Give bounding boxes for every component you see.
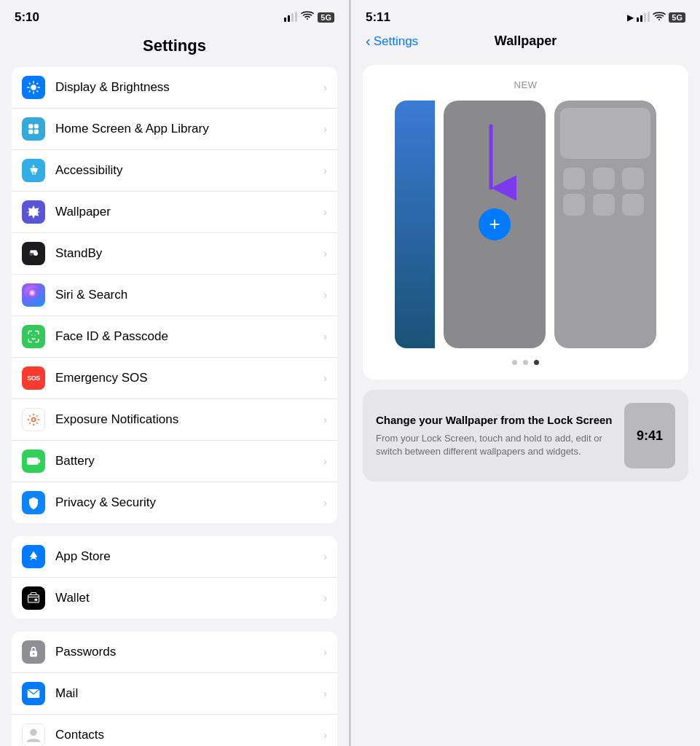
right-panel: 5:11 ▶ 5G ‹ Settings Wallpaper NEW <box>350 0 700 746</box>
svg-rect-13 <box>28 124 33 128</box>
svg-rect-22 <box>31 251 37 254</box>
lock-screen-mini: 9:41 <box>624 403 675 468</box>
chevron-passwords: › <box>323 646 327 658</box>
time-right: 5:11 <box>366 10 390 25</box>
privacy-label: Privacy & Security <box>55 495 323 510</box>
chevron-standby: › <box>323 248 327 259</box>
settings-item-emergency-sos[interactable]: SOS Emergency SOS › <box>12 358 337 399</box>
info-card: Change your Wallpaper from the Lock Scre… <box>363 390 688 482</box>
emergency-sos-label: Emergency SOS <box>55 371 323 385</box>
svg-rect-14 <box>34 124 39 128</box>
settings-item-mail[interactable]: Mail › <box>12 673 337 715</box>
mail-icon <box>22 682 45 705</box>
svg-rect-35 <box>35 599 38 601</box>
standby-icon <box>22 242 45 265</box>
chevron-sos: › <box>323 372 327 384</box>
signal-icon-left <box>284 12 297 24</box>
svg-line-28 <box>29 415 31 417</box>
time-left: 5:10 <box>15 10 39 25</box>
settings-item-siri[interactable]: Siri & Search › <box>12 275 337 316</box>
wallpaper-preview-card: NEW + <box>363 65 688 380</box>
location-icon: ▶ <box>627 12 634 23</box>
info-title: Change your Wallpaper from the Lock Scre… <box>376 413 614 428</box>
accessibility-icon <box>22 159 45 182</box>
battery-settings-icon <box>22 449 45 473</box>
app-icon-2 <box>593 168 615 189</box>
status-icons-right: ▶ 5G <box>627 12 685 24</box>
wallpaper-preview-partial <box>395 101 435 348</box>
mini-time: 9:41 <box>637 428 663 444</box>
battery-icon-left: 5G <box>318 12 334 23</box>
wallpaper-content: NEW + <box>351 58 700 746</box>
app-icon-5 <box>593 194 615 216</box>
emergency-sos-icon: SOS <box>22 366 45 390</box>
wallet-label: Wallet <box>55 591 323 605</box>
face-id-icon <box>22 325 45 348</box>
settings-item-standby[interactable]: StandBy › <box>12 233 337 275</box>
dot-1 <box>512 360 517 365</box>
svg-rect-34 <box>28 595 39 603</box>
svg-rect-32 <box>27 458 39 465</box>
chevron-privacy: › <box>323 497 327 509</box>
svg-rect-1 <box>288 15 290 22</box>
settings-item-battery[interactable]: Battery › <box>12 441 337 482</box>
siri-label: Siri & Search <box>55 288 323 302</box>
app-store-label: App Store <box>55 549 323 564</box>
plus-icon: + <box>489 214 500 233</box>
settings-item-privacy[interactable]: Privacy & Security › <box>12 482 337 523</box>
left-panel: 5:10 5G Settings Display & Brightness › <box>0 0 349 746</box>
settings-list: Display & Brightness › Home Screen & App… <box>0 67 349 746</box>
chevron-accessibility: › <box>323 165 327 176</box>
settings-item-app-store[interactable]: App Store › <box>12 536 337 578</box>
back-label: Settings <box>374 34 418 49</box>
app-icon-1 <box>563 168 585 189</box>
settings-item-passwords[interactable]: Passwords › <box>12 632 337 673</box>
exposure-label: Exposure Notifications <box>55 412 323 427</box>
svg-point-4 <box>31 85 36 90</box>
svg-rect-0 <box>284 17 286 22</box>
battery-icon-right: 5G <box>669 12 685 23</box>
wifi-icon-left <box>301 11 314 24</box>
wallpaper-home-screen <box>554 101 656 348</box>
settings-item-accessibility[interactable]: Accessibility › <box>12 150 337 192</box>
signal-icon-right <box>637 12 650 24</box>
svg-point-23 <box>32 418 36 422</box>
status-bar-left: 5:10 5G <box>0 0 349 31</box>
display-brightness-label: Display & Brightness <box>55 80 323 95</box>
info-text: Change your Wallpaper from the Lock Scre… <box>376 413 614 458</box>
svg-point-17 <box>33 165 35 168</box>
dot-2 <box>523 360 528 365</box>
status-bar-right: 5:11 ▶ 5G <box>351 0 700 31</box>
back-chevron-icon: ‹ <box>366 33 371 50</box>
add-wallpaper-button[interactable]: + <box>479 208 511 240</box>
contacts-label: Contacts <box>55 728 323 742</box>
svg-rect-16 <box>34 130 39 134</box>
settings-item-display-brightness[interactable]: Display & Brightness › <box>12 67 337 109</box>
settings-item-home-screen[interactable]: Home Screen & App Library › <box>12 109 337 150</box>
svg-line-29 <box>36 423 38 424</box>
standby-label: StandBy <box>55 246 323 261</box>
settings-item-exposure[interactable]: Exposure Notifications › <box>12 399 337 441</box>
passwords-icon <box>22 640 45 664</box>
accessibility-label: Accessibility <box>55 163 323 178</box>
wallpaper-page-title: Wallpaper <box>495 34 557 49</box>
dot-3-active <box>534 360 539 365</box>
settings-group-2: App Store › Wallet › <box>12 536 337 619</box>
svg-line-7 <box>29 83 30 84</box>
back-button[interactable]: ‹ Settings <box>366 33 418 50</box>
settings-item-wallpaper[interactable]: Wallpaper › <box>12 192 337 233</box>
settings-group-3: Passwords › Mail › Contacts › <box>12 632 337 746</box>
chevron-contacts: › <box>323 729 327 741</box>
siri-icon <box>22 283 45 307</box>
settings-item-wallet[interactable]: Wallet › <box>12 578 337 619</box>
svg-rect-33 <box>39 460 41 463</box>
chevron-mail: › <box>323 688 327 699</box>
svg-line-8 <box>37 91 38 92</box>
chevron-app-store: › <box>323 551 327 562</box>
svg-rect-2 <box>291 13 294 22</box>
svg-line-30 <box>29 423 31 424</box>
settings-item-contacts[interactable]: Contacts › <box>12 715 337 746</box>
settings-item-face-id[interactable]: Face ID & Passcode › <box>12 316 337 358</box>
passwords-label: Passwords <box>55 645 323 659</box>
display-brightness-icon <box>22 76 45 99</box>
